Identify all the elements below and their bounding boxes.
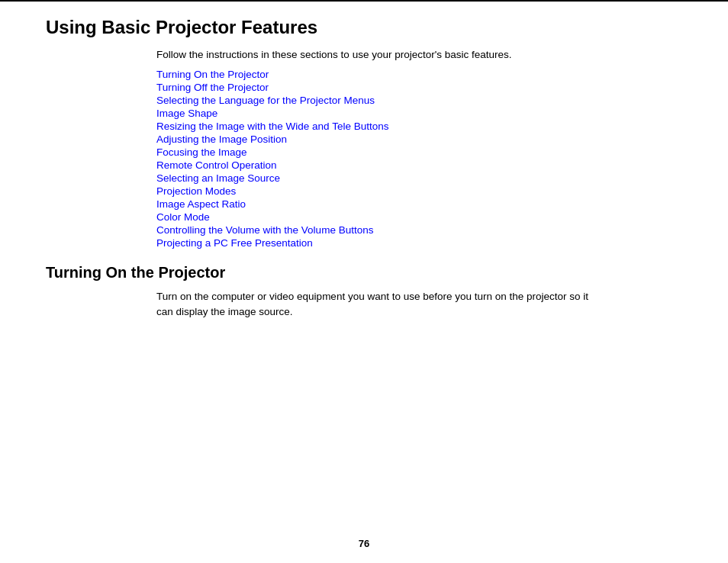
content-area: Using Basic Projector Features Follow th… [0,2,728,336]
toc-link[interactable]: Projecting a PC Free Presentation [156,237,313,249]
intro-text: Follow the instructions in these section… [156,49,682,60]
toc-item: Image Aspect Ratio [156,198,682,210]
sub-section-title: Turning On the Projector [46,264,682,282]
sub-section-text: Turn on the computer or video equipment … [156,289,607,320]
toc-link[interactable]: Projection Modes [156,185,236,197]
toc-link[interactable]: Turning Off the Projector [156,82,269,93]
toc-link[interactable]: Selecting the Language for the Projector… [156,95,375,106]
toc-link[interactable]: Controlling the Volume with the Volume B… [156,224,373,236]
toc-item: Image Shape [156,107,682,119]
toc-link[interactable]: Remote Control Operation [156,159,277,171]
toc-list: Turning On the ProjectorTurning Off the … [156,68,682,249]
toc-item: Turning On the Projector [156,68,682,80]
toc-link[interactable]: Adjusting the Image Position [156,134,287,145]
toc-item: Selecting the Language for the Projector… [156,94,682,106]
toc-link[interactable]: Focusing the Image [156,146,247,158]
toc-link[interactable]: Color Mode [156,211,210,223]
toc-item: Turning Off the Projector [156,81,682,93]
toc-link[interactable]: Resizing the Image with the Wide and Tel… [156,121,388,132]
toc-item: Projection Modes [156,185,682,197]
toc-item: Remote Control Operation [156,159,682,171]
page-container: Using Basic Projector Features Follow th… [0,0,728,563]
toc-link[interactable]: Image Shape [156,108,217,119]
toc-item: Selecting an Image Source [156,172,682,184]
main-title: Using Basic Projector Features [46,17,682,38]
toc-item: Adjusting the Image Position [156,133,682,145]
toc-item: Resizing the Image with the Wide and Tel… [156,120,682,132]
toc-link[interactable]: Turning On the Projector [156,69,269,80]
page-number: 76 [359,538,369,549]
toc-item: Color Mode [156,211,682,223]
toc-item: Projecting a PC Free Presentation [156,236,682,249]
toc-item: Controlling the Volume with the Volume B… [156,224,682,236]
toc-item: Focusing the Image [156,146,682,158]
toc-link[interactable]: Selecting an Image Source [156,172,280,184]
toc-link[interactable]: Image Aspect Ratio [156,198,246,210]
